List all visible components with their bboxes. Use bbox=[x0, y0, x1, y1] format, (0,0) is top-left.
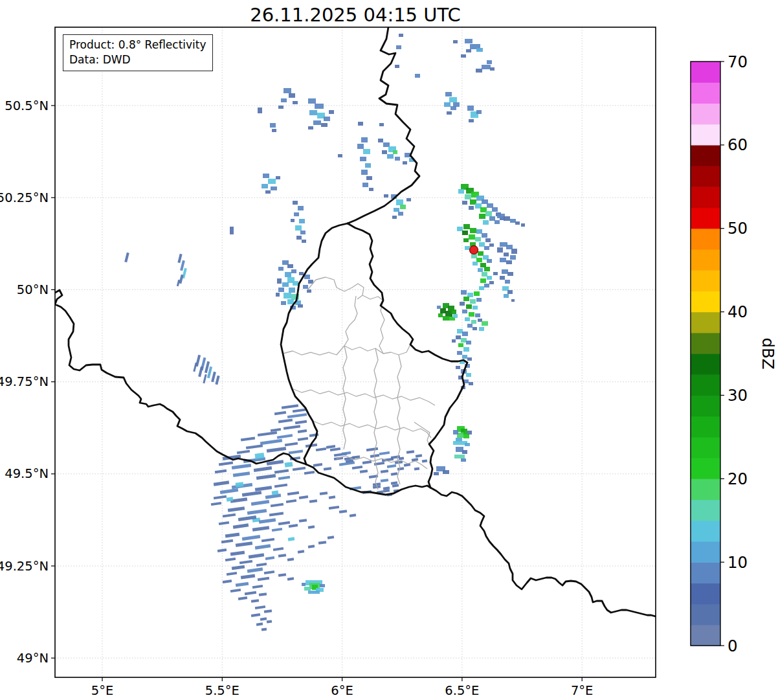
colorbar-tick-label: 70 bbox=[728, 52, 748, 71]
echo-cell bbox=[443, 470, 449, 474]
echo-cell bbox=[252, 585, 263, 589]
echo-cell bbox=[278, 554, 286, 558]
echo-cell bbox=[475, 237, 481, 242]
echo-cell bbox=[291, 219, 295, 222]
echo-cell bbox=[476, 110, 482, 114]
echo-cell bbox=[396, 45, 401, 49]
echo-cell bbox=[320, 491, 328, 495]
echo-cell bbox=[487, 276, 492, 280]
echo-cell bbox=[447, 111, 452, 115]
colorbar-segment bbox=[691, 374, 720, 396]
echo-cell bbox=[485, 238, 491, 242]
echo-cell bbox=[510, 219, 516, 223]
colorbar-segment bbox=[691, 333, 720, 354]
echo-group-lorraine-convective-spot bbox=[302, 580, 325, 594]
echo-cell bbox=[403, 161, 407, 164]
echo-cell bbox=[506, 245, 513, 249]
radar-figure: 26.11.2025 04:15 UTC 5°E5.5°E6°E6.5°E7°E… bbox=[0, 0, 778, 700]
radar-site-dot bbox=[470, 245, 478, 254]
echo-cell bbox=[298, 206, 304, 210]
echo-cell bbox=[482, 65, 491, 69]
echo-cell bbox=[445, 92, 452, 96]
echo-cell bbox=[233, 523, 249, 528]
echo-cell bbox=[470, 299, 476, 304]
echo-cell bbox=[265, 556, 274, 560]
echo-cell bbox=[278, 521, 290, 525]
echo-cell bbox=[281, 301, 286, 305]
canton-border-line bbox=[283, 339, 413, 355]
echo-group-scattered-belgium-germany bbox=[230, 88, 414, 243]
echo-cell bbox=[287, 264, 293, 268]
gridlines bbox=[55, 27, 656, 677]
y-tick-label: 50°N bbox=[17, 282, 49, 297]
echo-cell bbox=[399, 34, 403, 37]
colorbar-segment bbox=[691, 229, 720, 250]
echo-cell bbox=[476, 48, 483, 52]
echo-cell bbox=[387, 154, 394, 159]
echo-cell bbox=[476, 229, 482, 234]
echo-cell bbox=[300, 231, 306, 234]
echo-cell bbox=[379, 451, 390, 455]
echo-cell bbox=[490, 67, 495, 71]
echo-cell bbox=[302, 240, 306, 243]
x-tick-label: 6.5°E bbox=[445, 683, 479, 698]
echo-cell bbox=[287, 558, 294, 561]
echo-cell bbox=[453, 102, 460, 107]
echo-cell bbox=[281, 98, 287, 102]
echo-cell bbox=[363, 149, 370, 154]
echo-cell bbox=[414, 467, 419, 470]
echo-cell bbox=[458, 343, 463, 347]
echo-cell bbox=[483, 220, 489, 225]
colorbar-segment bbox=[691, 270, 720, 291]
echo-cell bbox=[506, 260, 512, 264]
colorbar-segment bbox=[691, 166, 720, 187]
canton-border-line bbox=[374, 348, 378, 490]
echo-cell bbox=[295, 225, 302, 231]
echo-cell bbox=[474, 291, 480, 296]
echo-cell bbox=[497, 247, 503, 253]
echo-cell bbox=[443, 316, 449, 321]
y-tick-label: 49.75°N bbox=[0, 374, 49, 389]
echo-cell bbox=[320, 584, 325, 587]
echo-cell bbox=[395, 157, 400, 161]
echo-cell bbox=[282, 282, 289, 287]
echo-cell bbox=[315, 104, 324, 109]
echo-cell bbox=[268, 179, 276, 184]
echo-cell bbox=[479, 286, 484, 290]
echo-cell bbox=[484, 284, 489, 288]
echo-cell bbox=[379, 123, 384, 126]
echo-cell bbox=[215, 376, 219, 385]
echo-cell bbox=[289, 449, 303, 454]
echo-cell bbox=[265, 190, 271, 194]
echo-cell bbox=[463, 347, 469, 352]
echo-cell bbox=[293, 201, 298, 205]
echo-cell bbox=[177, 254, 182, 264]
echo-cell bbox=[479, 327, 484, 331]
echo-cell bbox=[492, 207, 498, 212]
echo-cell bbox=[293, 409, 306, 413]
echo-cell bbox=[361, 137, 368, 142]
echo-cell bbox=[251, 500, 269, 506]
echo-cell bbox=[251, 599, 259, 603]
colorbar-segment bbox=[691, 354, 720, 375]
colorbar-segment bbox=[691, 625, 720, 646]
canton-border-line bbox=[313, 421, 431, 438]
echo-cell bbox=[324, 117, 330, 121]
echo-cell bbox=[274, 411, 286, 415]
echo-cell bbox=[273, 547, 283, 551]
echo-cell bbox=[298, 550, 304, 553]
colorbar-segment bbox=[691, 521, 720, 542]
echo-cell bbox=[198, 367, 203, 377]
echo-cell bbox=[504, 253, 509, 256]
echo-cell bbox=[467, 106, 474, 111]
echo-cell bbox=[313, 463, 322, 467]
echo-cell bbox=[308, 126, 313, 130]
echo-cell bbox=[227, 572, 237, 576]
echo-cell bbox=[287, 413, 307, 418]
echo-cell bbox=[282, 260, 289, 265]
echo-cell bbox=[233, 471, 250, 477]
echo-cell bbox=[308, 525, 315, 528]
colorbar-tick-label: 50 bbox=[728, 219, 748, 238]
x-tick-label: 7°E bbox=[571, 683, 593, 698]
echo-cell bbox=[462, 355, 467, 359]
